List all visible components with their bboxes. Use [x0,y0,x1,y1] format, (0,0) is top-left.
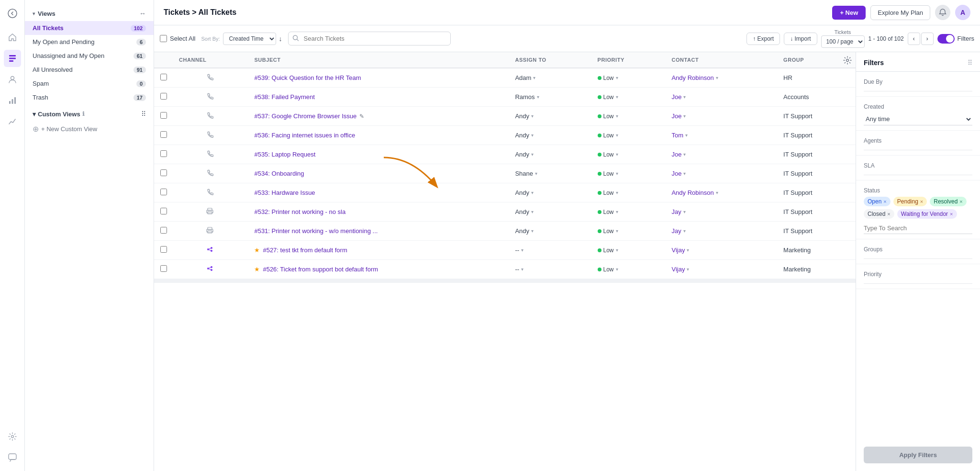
filters-grid-icon[interactable]: ⠿ [968,59,972,67]
filters-toggle[interactable] [937,34,955,44]
contact-link[interactable]: Joe [671,112,681,120]
table-settings-icon[interactable] [843,56,852,66]
row-checkbox[interactable] [160,93,167,100]
nav-contacts-icon[interactable] [4,71,21,88]
ticket-subject-link[interactable]: #535: Laptop Request [254,151,315,158]
contact-link[interactable]: Joe [671,170,681,177]
assign-dropdown-arrow[interactable]: ▾ [531,228,534,234]
row-checkbox[interactable] [160,74,167,80]
status-search-input[interactable] [864,223,972,234]
ticket-subject-link[interactable]: #531: Printer not working - w/o mentioni… [254,227,378,235]
views-section-header[interactable]: ▾ Views ↔ [25,8,154,21]
views-expand-icon[interactable]: ↔ [139,10,146,17]
priority-dropdown-arrow[interactable]: ▾ [616,113,618,119]
priority-dropdown-arrow[interactable]: ▾ [616,247,618,253]
row-checkbox[interactable] [160,150,167,157]
ticket-subject-link[interactable]: #534: Onboarding [254,170,304,177]
sidebar-item-unassigned-my-open[interactable]: Unassigned and My Open 61 [25,49,154,63]
next-page-button[interactable]: › [921,33,934,45]
contact-dropdown-arrow[interactable]: ▾ [683,113,686,119]
contact-link[interactable]: Joe [671,151,681,158]
contact-dropdown-arrow[interactable]: ▾ [687,267,689,272]
export-button[interactable]: ↑ Export [746,33,780,45]
contact-link[interactable]: Jay [671,227,681,235]
contact-dropdown-arrow[interactable]: ▾ [685,133,688,138]
custom-views-grid-icon[interactable]: ⠿ [141,110,146,118]
contact-dropdown-arrow[interactable]: ▾ [683,209,686,214]
contact-dropdown-arrow[interactable]: ▾ [716,75,718,80]
status-tag-resolved[interactable]: Resolved × [930,197,966,206]
notifications-icon[interactable] [935,5,950,20]
assign-dropdown-arrow[interactable]: ▾ [521,267,523,272]
ticket-subject-link[interactable]: #526: Ticket from support bot default fo… [263,266,378,273]
sidebar-item-all-tickets[interactable]: All Tickets 102 [25,21,154,35]
nav-settings-icon[interactable] [4,428,21,445]
status-tag-closed-remove[interactable]: × [887,211,890,217]
sidebar-item-spam[interactable]: Spam 0 [25,77,154,90]
assign-dropdown-arrow[interactable]: ▾ [535,171,537,176]
assign-dropdown-arrow[interactable]: ▾ [531,152,534,157]
contact-dropdown-arrow[interactable]: ▾ [683,94,686,100]
sort-select[interactable]: Created Time [223,33,276,45]
import-button[interactable]: ↓ Import [784,33,817,45]
ticket-subject-link[interactable]: #533: Hardware Issue [254,189,315,196]
priority-dropdown-arrow[interactable]: ▾ [616,209,618,214]
row-checkbox[interactable] [160,112,167,119]
assign-dropdown-arrow[interactable]: ▾ [531,133,534,138]
user-avatar[interactable]: A [955,5,970,20]
contact-dropdown-arrow[interactable]: ▾ [683,228,686,234]
nav-analytics-icon[interactable] [4,113,21,130]
sidebar-item-my-open-pending[interactable]: My Open and Pending 6 [25,35,154,49]
created-select[interactable]: Any time [864,113,972,125]
row-checkbox[interactable] [160,265,167,272]
ticket-subject-link[interactable]: #527: test tkt from default form [263,247,347,254]
row-checkbox[interactable] [160,169,167,176]
assign-dropdown-arrow[interactable]: ▾ [531,113,534,119]
status-tag-pending[interactable]: Pending × [893,197,927,206]
new-custom-view-button[interactable]: ⊕ + New Custom View [25,121,154,137]
contact-link[interactable]: Tom [671,132,683,139]
priority-dropdown-arrow[interactable]: ▾ [616,228,618,234]
nav-home-icon[interactable] [4,29,21,46]
edit-icon[interactable]: ✎ [359,113,364,120]
priority-dropdown-arrow[interactable]: ▾ [616,133,618,138]
horizontal-scrollbar[interactable] [154,279,856,283]
status-tag-open-remove[interactable]: × [883,199,886,204]
contact-dropdown-arrow[interactable]: ▾ [716,190,718,195]
sort-direction-icon[interactable]: ↓ [279,35,282,43]
status-tag-closed[interactable]: Closed × [864,209,894,219]
assign-dropdown-arrow[interactable]: ▾ [537,94,539,100]
row-checkbox[interactable] [160,227,167,234]
ticket-subject-link[interactable]: #536: Facing internet issues in office [254,132,355,139]
priority-dropdown-arrow[interactable]: ▾ [616,75,618,80]
select-all-checkbox[interactable] [160,35,167,42]
row-checkbox[interactable] [160,208,167,214]
ticket-subject-link[interactable]: #532: Printer not working - no sla [254,208,345,215]
custom-views-label[interactable]: ▾ Custom Views ℹ [33,111,85,118]
priority-dropdown-arrow[interactable]: ▾ [616,94,618,100]
sidebar-item-trash[interactable]: Trash 17 [25,90,154,104]
select-all-label[interactable]: Select All [170,35,195,42]
assign-dropdown-arrow[interactable]: ▾ [533,75,535,80]
contact-dropdown-arrow[interactable]: ▾ [687,247,689,253]
contact-link[interactable]: Andy Robinson [671,189,713,196]
explore-plan-button[interactable]: Explore My Plan [870,5,930,20]
search-input[interactable] [288,32,451,45]
row-checkbox[interactable] [160,131,167,138]
status-tag-waiting[interactable]: Waiting for Vendor × [897,209,957,219]
contact-link[interactable]: Vijay [671,266,685,273]
contact-link[interactable]: Joe [671,93,681,101]
ticket-subject-link[interactable]: #538: Failed Payment [254,93,314,101]
contact-dropdown-arrow[interactable]: ▾ [683,171,686,176]
contact-link[interactable]: Andy Robinson [671,74,713,81]
status-tag-waiting-remove[interactable]: × [950,211,953,217]
contact-link[interactable]: Vijay [671,247,685,254]
assign-dropdown-arrow[interactable]: ▾ [531,209,534,214]
row-checkbox[interactable] [160,246,167,253]
assign-dropdown-arrow[interactable]: ▾ [521,247,523,253]
status-tag-pending-remove[interactable]: × [920,199,923,204]
priority-dropdown-arrow[interactable]: ▾ [616,190,618,195]
sidebar-item-all-unresolved[interactable]: All Unresolved 91 [25,63,154,77]
priority-dropdown-arrow[interactable]: ▾ [616,267,618,272]
nav-reports-icon[interactable] [4,92,21,109]
